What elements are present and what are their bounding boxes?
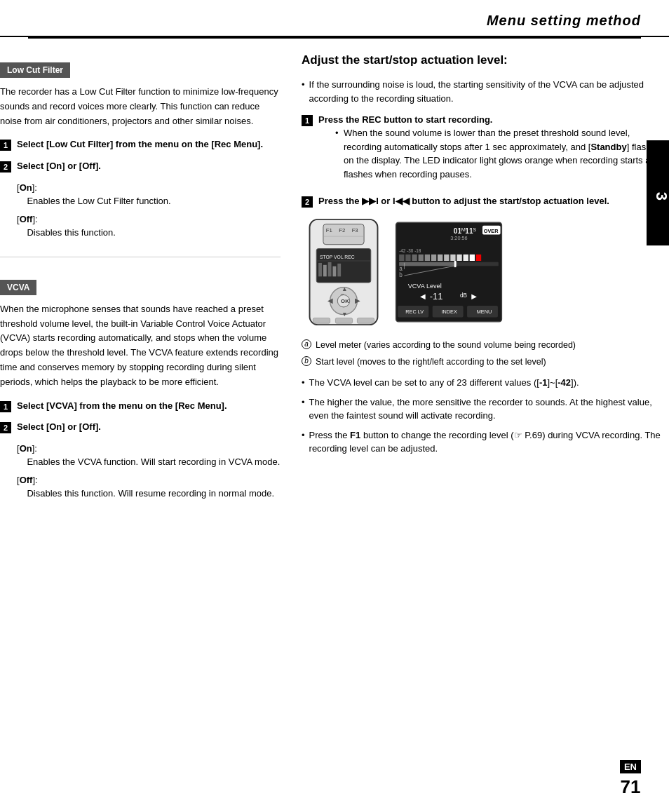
adjust-step-2-text: Press the ▶▶I or I◀◀ button to adjust th…	[318, 195, 609, 208]
svg-rect-41	[444, 255, 449, 261]
svg-text:OVER: OVER	[484, 228, 499, 234]
svg-text:11: 11	[465, 227, 473, 235]
svg-text:b: b	[399, 272, 403, 278]
vcva-bullet-3: Press the F1 button to change the record…	[302, 428, 669, 456]
svg-text:S: S	[473, 226, 476, 233]
section-divider	[0, 257, 281, 257]
lcf-step-1-text: Select [Low Cut Filter] from the menu on…	[17, 138, 263, 151]
svg-rect-12	[332, 266, 336, 277]
svg-rect-36	[412, 255, 417, 261]
left-column: Low Cut Filter The recorder has a Low Cu…	[0, 53, 281, 517]
svg-rect-24	[357, 318, 374, 324]
svg-rect-34	[399, 255, 404, 261]
page-footer: EN 71	[620, 760, 641, 798]
header-divider	[28, 37, 641, 39]
svg-rect-49	[454, 261, 457, 267]
svg-text:REC LV: REC LV	[405, 309, 424, 315]
vcva-bullet-2: The higher the value, the more sensitive…	[302, 395, 669, 423]
svg-text:-42  -30 -18: -42 -30 -18	[399, 249, 421, 254]
lcf-off-item: [Off]: Disables this function.	[17, 212, 281, 240]
vcva-header: VCVA	[0, 280, 281, 302]
svg-rect-22	[313, 318, 330, 324]
svg-rect-40	[438, 255, 442, 261]
svg-text:OK: OK	[341, 299, 349, 305]
vcva-step-2-text: Select [On] or [Off].	[17, 421, 101, 433]
svg-text:INDEX: INDEX	[441, 309, 457, 315]
annotation-b: b Start level (moves to the right/left a…	[302, 355, 669, 369]
adjust-title: Adjust the start/stop actuation level:	[302, 53, 669, 68]
svg-rect-11	[328, 262, 332, 276]
screen-svg: 01 M 11 S 3:20:56 OVER -42 -30 -18	[393, 216, 505, 328]
device-images: F1 F2 F3 STOP VOL REC OK ◀	[302, 216, 669, 328]
svg-text:▶: ▶	[355, 297, 360, 305]
svg-rect-42	[450, 255, 455, 261]
svg-text:STOP  VOL  REC: STOP VOL REC	[320, 255, 355, 260]
recorder-svg: F1 F2 F3 STOP VOL REC OK ◀	[302, 216, 386, 328]
low-cut-filter-section: Low Cut Filter The recorder has a Low Cu…	[0, 53, 281, 240]
page-number: 71	[621, 776, 641, 797]
vcva-on-item: [On]: Enables the VCVA function. Will st…	[17, 442, 281, 469]
adjust-step-2: 2 Press the ▶▶I or I◀◀ button to adjust …	[302, 195, 669, 208]
svg-text:−: −	[340, 291, 344, 298]
svg-rect-45	[470, 255, 475, 261]
sidebar-number: 3	[652, 192, 669, 201]
svg-rect-35	[405, 255, 410, 261]
adjust-bullet-1: If the surrounding noise is loud, the st…	[302, 78, 669, 105]
svg-text:MENU: MENU	[477, 309, 492, 315]
svg-rect-10	[323, 265, 327, 276]
svg-text:▼: ▼	[342, 311, 348, 318]
svg-rect-44	[464, 255, 468, 261]
adjust-step-1-text: Press the REC button to start recording.	[318, 114, 493, 125]
svg-text:dB: dB	[460, 293, 468, 299]
svg-text:F2: F2	[339, 228, 345, 234]
svg-text:F3: F3	[352, 228, 358, 234]
svg-rect-38	[425, 255, 430, 261]
vcva-step-1: 1 Select [VCVA] from the menu on the [Re…	[0, 400, 281, 412]
svg-rect-13	[337, 264, 341, 276]
vcva-section: VCVA When the microphone senses that sou…	[0, 270, 281, 501]
content-area: Low Cut Filter The recorder has a Low Cu…	[0, 53, 669, 574]
svg-rect-46	[476, 255, 481, 261]
svg-rect-23	[335, 318, 352, 324]
annotation-list: a Level meter (varies according to the s…	[302, 338, 669, 369]
lcf-step-1: 1 Select [Low Cut Filter] from the menu …	[0, 138, 281, 151]
vcva-step-1-text: Select [VCVA] from the menu on the [Rec …	[17, 400, 227, 412]
right-column: Adjust the start/stop actuation level: I…	[302, 53, 669, 517]
lcf-step-2-text: Select [On] or [Off].	[17, 160, 101, 172]
lcf-on-item: [On]: Enables the Low Cut Filter functio…	[17, 181, 281, 208]
svg-rect-9	[318, 263, 322, 276]
adjust-step-1: 1 Press the REC button to start recordin…	[302, 114, 669, 187]
vcva-bullet-1: The VCVA level can be set to any of 23 d…	[302, 376, 669, 390]
svg-text:F1: F1	[326, 228, 332, 234]
lcf-step-2: 2 Select [On] or [Off].	[0, 160, 281, 172]
vcva-body: When the microphone senses that sounds h…	[0, 302, 281, 390]
en-label: EN	[620, 760, 641, 773]
page-title: Menu setting method	[28, 13, 641, 29]
svg-text:◄ -11: ◄ -11	[419, 291, 443, 302]
adjust-step-1-bullets: When the sound volume is lower than the …	[335, 126, 669, 181]
svg-rect-37	[419, 255, 424, 261]
svg-text:►: ►	[470, 291, 479, 302]
svg-text:◀: ◀	[327, 297, 333, 305]
svg-rect-48	[399, 262, 457, 266]
vcva-off-item: [Off]: Disables this function. Will resu…	[17, 473, 281, 501]
svg-text:VCVA Level: VCVA Level	[408, 283, 442, 290]
page-header: Menu setting method	[0, 0, 669, 37]
low-cut-filter-body: The recorder has a Low Cut Filter functi…	[0, 85, 281, 128]
svg-text:a: a	[399, 266, 403, 272]
svg-text:01: 01	[454, 227, 462, 235]
low-cut-filter-header: Low Cut Filter	[0, 62, 281, 85]
annotation-a: a Level meter (varies according to the s…	[302, 338, 669, 352]
svg-text:3:20:56: 3:20:56	[450, 235, 467, 241]
vcva-step-2: 2 Select [On] or [Off].	[0, 421, 281, 433]
svg-rect-39	[431, 255, 436, 261]
svg-rect-43	[457, 255, 461, 261]
